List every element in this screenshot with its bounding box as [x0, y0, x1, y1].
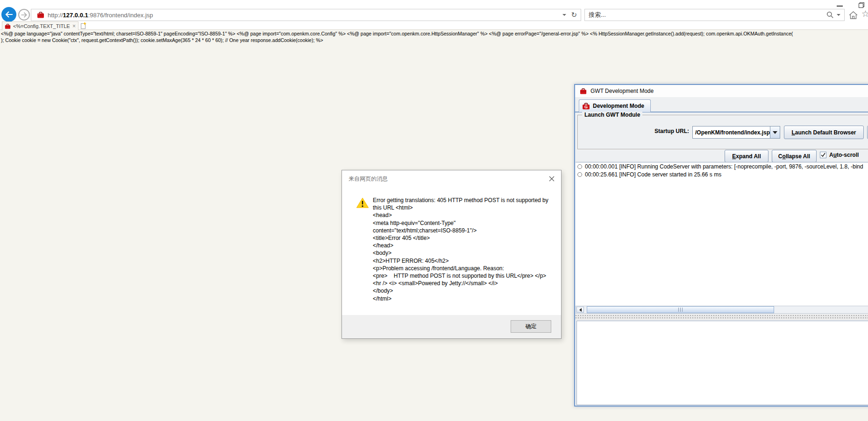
forward-button[interactable]	[18, 9, 30, 21]
url-text: http://127.0.0.1:9876/frontend/index.jsp	[48, 12, 153, 19]
search-box[interactable]: 搜索...	[584, 9, 845, 21]
combo-dropdown-button[interactable]	[770, 126, 780, 138]
group-legend: Launch GWT Module	[582, 112, 642, 118]
left-triangle-icon	[579, 308, 582, 312]
collapse-pre: C	[778, 153, 783, 160]
message-line: <title>Error 405 </title>	[373, 234, 557, 242]
split-pane-divider[interactable]	[575, 315, 868, 320]
expand-label: xpand All	[736, 153, 761, 160]
gwt-tab-label: Development Mode	[593, 103, 644, 109]
startup-url-label: Startup URL:	[621, 128, 689, 134]
combo-caret-icon	[773, 131, 777, 134]
message-line: </head>	[373, 242, 557, 249]
message-line: </html>	[373, 295, 557, 302]
address-bar[interactable]: http://127.0.0.1:9876/frontend/index.jsp…	[31, 9, 581, 21]
tab-development-mode[interactable]: G Development Mode	[579, 99, 651, 112]
autoscroll-post: to-scroll	[837, 152, 859, 158]
log-entry[interactable]: 00:00:25.661 [INFO] Code server started …	[576, 170, 868, 178]
svg-text:G: G	[584, 105, 588, 109]
ok-button[interactable]: 确定	[511, 320, 551, 333]
jsp-source-line2: ); Cookie cookie = new Cookie("ctx", req…	[1, 37, 868, 44]
collapse-label: llapse All	[786, 153, 810, 160]
dialog-close-icon[interactable]	[548, 175, 555, 182]
browser-tab[interactable]: <%=Config.TEXT_TITLE%> ×	[2, 21, 78, 30]
autoscroll-pre: A	[829, 152, 833, 158]
autoscroll-label: Auto-scroll	[829, 152, 859, 158]
autoscroll-control[interactable]: Auto-scroll	[820, 152, 859, 158]
message-line: </body>	[373, 287, 557, 295]
gwt-dev-mode-window: GWT Development Mode G Development Mode …	[574, 84, 868, 407]
webpage-message-dialog: 来自网页的消息 Error getting translations: 405 …	[342, 170, 562, 339]
site-favicon-icon	[37, 11, 44, 19]
launch-label: aunch Default Browser	[795, 129, 856, 136]
screen: { "colors": { "page_bg": "#f5f4ee", "bac…	[0, 0, 868, 421]
tree-node-icon[interactable]	[577, 172, 582, 177]
collapse-mnemonic: o	[783, 153, 786, 160]
page-content: <%@ page language="java" contentType="te…	[1, 31, 868, 43]
message-line: Error getting translations: 405 HTTP met…	[373, 196, 557, 204]
home-icon[interactable]	[849, 11, 858, 19]
url-scheme: http://	[48, 12, 63, 19]
dialog-message: Error getting translations: 405 HTTP met…	[373, 196, 557, 302]
message-line: <pre> HTTP method POST is not supported …	[373, 272, 557, 280]
log-entry-text: 00:00:25.661 [INFO] Code server started …	[585, 171, 721, 178]
gwt-main-panel: G Development Mode Launch GWT Module Sta…	[575, 97, 868, 406]
back-button[interactable]	[1, 7, 16, 22]
window-restore-button[interactable]	[858, 2, 865, 8]
tab-close-icon[interactable]: ×	[72, 23, 76, 29]
message-line: <head>	[373, 211, 557, 219]
launch-mnemonic: L	[791, 129, 795, 136]
jsp-source-line1: <%@ page language="java" contentType="te…	[1, 31, 868, 37]
startup-url-combobox[interactable]: /OpenKM/frontend/index.jsp	[692, 126, 780, 139]
forward-arrow-icon	[21, 12, 28, 18]
scrollbar-grip-icon	[678, 308, 683, 312]
back-arrow-icon	[5, 11, 13, 18]
expand-all-button[interactable]: Expand All	[725, 150, 768, 162]
horizontal-scrollbar[interactable]	[576, 306, 868, 314]
tree-node-icon[interactable]	[577, 164, 582, 169]
url-host: 127.0.0.1	[63, 12, 88, 19]
log-entry[interactable]: 00:00:00.001 [INFO] Running CodeServer w…	[576, 162, 868, 170]
log-entry-text: 00:00:00.001 [INFO] Running CodeServer w…	[585, 163, 863, 170]
window-minimize-button[interactable]	[837, 6, 843, 7]
message-line: <h2>HTTP ERROR: 405</h2>	[373, 257, 557, 265]
message-line: this URL <html>	[373, 204, 557, 211]
launch-default-browser-button[interactable]: Launch Default Browser	[784, 126, 864, 139]
search-placeholder: 搜索...	[589, 11, 606, 19]
url-path: :9876/frontend/index.jsp	[88, 12, 153, 19]
gwt-window-title: GWT Development Mode	[591, 88, 654, 94]
scrollbar-thumb[interactable]	[587, 306, 774, 313]
dialog-title: 来自网页的消息	[349, 175, 388, 183]
new-tab-button[interactable]	[80, 22, 87, 29]
search-icon[interactable]	[826, 11, 834, 19]
log-tree[interactable]: 00:00:00.001 [INFO] Running CodeServer w…	[576, 162, 868, 306]
search-dropdown-icon[interactable]	[837, 14, 840, 16]
message-line: <body>	[373, 249, 557, 257]
gwt-app-icon	[580, 88, 587, 95]
message-line: <meta http-equiv="Content-Type"	[373, 219, 557, 227]
refresh-icon[interactable]: ↻	[571, 12, 577, 19]
autoscroll-mnemonic: u	[833, 152, 837, 158]
message-line: <hr /> <i> <small>Powered by Jetty://</s…	[373, 280, 557, 287]
message-line: <p>Problem accessing /frontend/Language.…	[373, 265, 557, 272]
gwt-tab-icon: G	[582, 102, 590, 110]
collapse-all-button[interactable]: Collapse All	[772, 150, 817, 162]
browser-chrome: http://127.0.0.1:9876/frontend/index.jsp…	[0, 0, 868, 30]
favorites-star-icon[interactable]: ☆	[861, 9, 868, 18]
gwt-titlebar[interactable]: GWT Development Mode	[575, 85, 868, 97]
detail-panel[interactable]	[576, 321, 868, 405]
message-line: content="text/html;charset=ISO-8859-1"/>	[373, 227, 557, 234]
startup-url-value: /OpenKM/frontend/index.jsp	[693, 126, 770, 138]
address-dropdown-icon[interactable]	[562, 14, 566, 16]
dialog-footer: 确定	[342, 315, 561, 338]
tab-title: <%=Config.TEXT_TITLE%>	[13, 23, 70, 29]
scrollbar-left-arrow[interactable]	[576, 307, 584, 313]
warning-icon	[356, 197, 369, 209]
autoscroll-checkbox[interactable]	[820, 152, 826, 158]
tab-favicon-icon	[5, 23, 11, 29]
